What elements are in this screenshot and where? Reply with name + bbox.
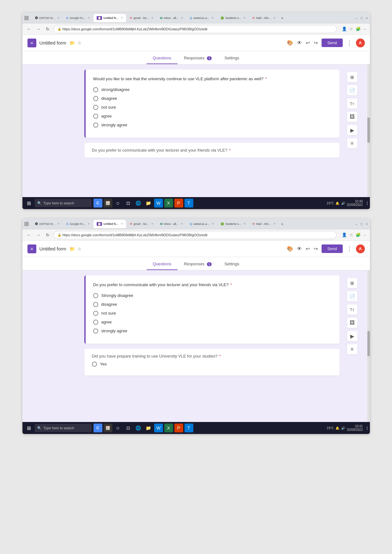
edge-icon-1[interactable]: 🌐 bbox=[134, 199, 143, 208]
star-form-icon-1[interactable]: ☆ bbox=[77, 40, 81, 45]
more-options-2[interactable]: ⋮ bbox=[347, 245, 352, 252]
text-tool-1[interactable]: Tт bbox=[347, 99, 357, 109]
app-icon-1c[interactable]: ○ bbox=[114, 199, 123, 208]
scrollbar-thumb-1[interactable] bbox=[367, 117, 370, 143]
app-icon-2h[interactable]: X bbox=[164, 424, 173, 432]
radio-option-2-5[interactable] bbox=[93, 328, 98, 334]
tab-uwtsd2-2[interactable]: Q uwtsd.ac.a... × bbox=[187, 220, 217, 228]
image-tool-2[interactable]: 🖼 bbox=[347, 318, 357, 328]
url-bar-1[interactable]: 🔒 https://docs.google.com/forms/d/1oMB80… bbox=[53, 25, 337, 33]
app-icon-2d[interactable]: ⊡ bbox=[124, 424, 133, 432]
radio-option-2-3[interactable] bbox=[93, 311, 98, 316]
app-icon-1j[interactable]: T bbox=[184, 199, 193, 208]
tab-gmail-2[interactable]: ✉ gmail - Se... × bbox=[127, 220, 156, 228]
chrome-app-2[interactable]: C bbox=[93, 424, 102, 432]
windows-start-2[interactable]: ⊞ bbox=[25, 425, 33, 431]
section-tool-1[interactable]: ≡ bbox=[347, 138, 357, 148]
tab-inbox-1[interactable]: M Inbox - all... × bbox=[157, 14, 186, 22]
tab-responses-1[interactable]: Responses 1 bbox=[178, 52, 218, 64]
image-tool-1[interactable]: 🖼 bbox=[347, 112, 357, 122]
tab-forms-2[interactable]: 📋 Untitled fo... × bbox=[93, 220, 126, 228]
radio-option-1-3[interactable] bbox=[93, 105, 98, 110]
undo-icon-1[interactable]: ↩ bbox=[306, 40, 310, 46]
app-icon-1f[interactable]: 📁 bbox=[144, 199, 153, 208]
send-button-1[interactable]: Send bbox=[322, 39, 342, 47]
send-button-2[interactable]: Send bbox=[322, 244, 342, 253]
tab-responses-2[interactable]: Responses 1 bbox=[178, 258, 218, 270]
more-options-1[interactable]: ⋮ bbox=[347, 39, 352, 46]
forward-button-2[interactable]: → bbox=[35, 232, 42, 238]
radio-option-1-1[interactable] bbox=[93, 87, 98, 92]
new-tab-button-2[interactable]: + bbox=[279, 221, 285, 226]
scrollbar-2[interactable] bbox=[367, 270, 370, 422]
folder-icon-1[interactable]: 📁 bbox=[69, 40, 75, 45]
radio-option-1-5[interactable] bbox=[93, 123, 98, 128]
tab-students-1[interactable]: 🟢 Students s... × bbox=[217, 14, 249, 22]
radio-option-2-2[interactable] bbox=[93, 302, 98, 307]
app-icon-1i[interactable]: P bbox=[174, 199, 183, 208]
star-form-icon-2[interactable]: ☆ bbox=[77, 246, 81, 251]
redo-icon-2[interactable]: ↪ bbox=[314, 246, 318, 252]
redo-icon-1[interactable]: ↪ bbox=[314, 40, 318, 46]
forward-button-1[interactable]: → bbox=[35, 26, 42, 32]
tab-uwtsd-2[interactable]: 🅤 UWTSD M... × bbox=[32, 220, 63, 228]
undo-icon-2[interactable]: ↩ bbox=[306, 246, 310, 252]
radio-option-3-yes[interactable] bbox=[92, 362, 97, 367]
more-icon-1[interactable]: ··· bbox=[363, 27, 367, 31]
import-tool-1[interactable]: 📄 bbox=[347, 85, 357, 95]
tab-mail-1[interactable]: ✉ Mail - Alin... × bbox=[249, 14, 278, 22]
text-tool-2[interactable]: Tт bbox=[347, 304, 357, 315]
tab-students-2[interactable]: 🟢 Students s... × bbox=[217, 220, 249, 228]
add-question-tool-1[interactable]: ⊕ bbox=[347, 72, 357, 82]
radio-option-2-1[interactable] bbox=[93, 293, 98, 298]
back-button-2[interactable]: ← bbox=[26, 232, 33, 238]
extension-icon-1[interactable]: 🧩 bbox=[356, 27, 361, 31]
app-icon-2i[interactable]: P bbox=[174, 424, 183, 432]
tab-forms-1[interactable]: 📋 Untitled fo... × bbox=[93, 14, 126, 22]
add-question-tool-2[interactable]: ⊕ bbox=[347, 278, 357, 288]
app-icon-1g[interactable]: W bbox=[154, 199, 163, 208]
windows-start-1[interactable]: ⊞ bbox=[25, 200, 33, 206]
tab-google-1[interactable]: G Google Fo... × bbox=[63, 14, 93, 22]
radio-option-1-2[interactable] bbox=[93, 96, 98, 101]
taskbar-search-2[interactable]: 🔍 Type here to search bbox=[35, 424, 92, 432]
palette-icon-1[interactable]: 🎨 bbox=[287, 40, 293, 46]
video-tool-1[interactable]: ▶ bbox=[347, 125, 357, 135]
preview-icon-2[interactable]: 👁 bbox=[297, 246, 302, 252]
radio-option-1-4[interactable] bbox=[93, 114, 98, 119]
tab-uwtsd-1[interactable]: 🅤 UWTSD M... × bbox=[32, 14, 63, 22]
tab-inbox-2[interactable]: M Inbox - all... × bbox=[157, 220, 186, 228]
star-icon-1[interactable]: ☆ bbox=[349, 27, 353, 31]
refresh-button-2[interactable]: ↻ bbox=[45, 232, 51, 238]
refresh-button-1[interactable]: ↻ bbox=[45, 26, 51, 32]
tab-uwtsd2-1[interactable]: Q uwtsd.ac.a... × bbox=[187, 14, 217, 22]
app-icon-1d[interactable]: ⊡ bbox=[124, 199, 133, 208]
edge-icon-2[interactable]: 🌐 bbox=[134, 424, 143, 432]
video-tool-2[interactable]: ▶ bbox=[347, 331, 357, 341]
app-icon-2f[interactable]: 📁 bbox=[144, 424, 153, 432]
preview-icon-1[interactable]: 👁 bbox=[297, 40, 302, 46]
taskbar-show-desktop-2[interactable]: ▕ bbox=[365, 426, 367, 430]
section-tool-2[interactable]: ≡ bbox=[347, 344, 357, 354]
app-icon-2b[interactable]: 🪟 bbox=[104, 424, 112, 432]
folder-icon-2[interactable]: 📁 bbox=[69, 246, 75, 251]
tab-questions-2[interactable]: Questions bbox=[147, 258, 178, 270]
url-bar-2[interactable]: 🔒 https://docs.google.com/forms/d/1oMB80… bbox=[53, 231, 337, 239]
user-avatar-2[interactable]: A bbox=[356, 244, 365, 253]
app-icon-2c[interactable]: ○ bbox=[114, 424, 123, 432]
star-icon-2[interactable]: ☆ bbox=[349, 232, 353, 237]
tab-mail-2[interactable]: ✉ Mail - Alin... × bbox=[249, 220, 278, 228]
app-icon-1b[interactable]: 🪟 bbox=[104, 199, 112, 208]
tab-questions-1[interactable]: Questions bbox=[147, 52, 178, 64]
tab-settings-2[interactable]: Settings bbox=[218, 258, 245, 270]
user-avatar-1[interactable]: A bbox=[356, 39, 365, 47]
new-tab-button-1[interactable]: + bbox=[279, 15, 285, 21]
extension-icon-2[interactable]: 🧩 bbox=[356, 232, 361, 237]
tab-gmail-1[interactable]: ✉ gmail - Se... × bbox=[127, 14, 156, 22]
chrome-app-1[interactable]: C bbox=[93, 199, 102, 208]
app-icon-1h[interactable]: X bbox=[164, 199, 173, 208]
scrollbar-1[interactable] bbox=[367, 64, 370, 197]
import-tool-2[interactable]: 📄 bbox=[347, 291, 357, 301]
app-icon-2j[interactable]: T bbox=[184, 424, 193, 432]
scrollbar-thumb-2[interactable] bbox=[367, 331, 370, 356]
